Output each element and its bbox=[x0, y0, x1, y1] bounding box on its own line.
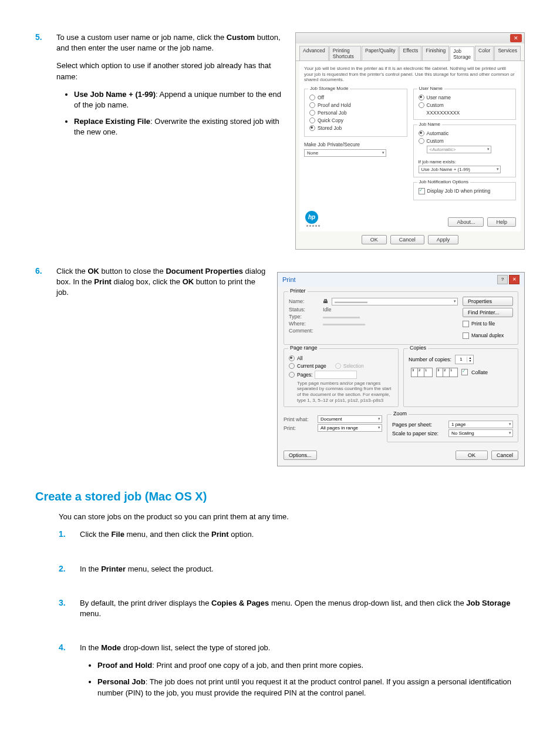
username-label: User Name bbox=[417, 86, 444, 91]
print-label: Print: bbox=[284, 425, 314, 431]
exists-label: If job name exists: bbox=[419, 159, 511, 164]
tab-color[interactable]: Color bbox=[475, 46, 494, 61]
un-user[interactable]: User name bbox=[419, 95, 511, 100]
type-value: ▬▬▬▬▬▬▬ bbox=[323, 314, 360, 320]
pr-selection[interactable] bbox=[335, 363, 341, 369]
print-range-select[interactable]: All pages in range bbox=[318, 424, 382, 432]
tab-effects[interactable]: Effects bbox=[399, 46, 421, 61]
print-to-file-check[interactable]: Print to file bbox=[463, 321, 513, 327]
apply-button[interactable]: Apply bbox=[428, 235, 459, 244]
name-label: Name: bbox=[289, 298, 319, 304]
jn-auto[interactable]: Automatic bbox=[419, 130, 511, 136]
pages-help-text: Type page numbers and/or page ranges sep… bbox=[289, 381, 393, 403]
options-button[interactable]: Options... bbox=[284, 451, 317, 460]
properties-button[interactable]: Properties bbox=[463, 297, 513, 306]
mac-s1: Click the File menu, and then click the … bbox=[80, 529, 515, 540]
pd-ok-button[interactable]: OK bbox=[456, 451, 488, 460]
step6-text: Click the OK button to close the Documen… bbox=[56, 266, 268, 298]
tab-advanced[interactable]: Advanced bbox=[299, 46, 329, 61]
step5-bullet1: Use Job Name + (1-99): Append a unique n… bbox=[74, 89, 286, 110]
job-storage-dialog: ✕ Advanced Printing Shortcuts Paper/Qual… bbox=[295, 32, 525, 250]
mac-s2: In the Printer menu, select the product. bbox=[80, 564, 515, 574]
pr-all[interactable]: All bbox=[289, 355, 393, 361]
manual-duplex-check[interactable]: Manual duplex bbox=[463, 332, 513, 339]
collate-check[interactable] bbox=[461, 369, 468, 375]
hp-logo-icon: hp bbox=[305, 211, 318, 224]
notif-check[interactable]: Display Job ID when printing bbox=[419, 188, 511, 194]
tab-shortcuts[interactable]: Printing Shortcuts bbox=[329, 46, 361, 61]
cancel-button[interactable]: Cancel bbox=[390, 235, 424, 244]
mac-intro: You can store jobs on the product so you… bbox=[59, 512, 525, 522]
close-icon[interactable]: ✕ bbox=[509, 275, 519, 284]
pr-current[interactable] bbox=[289, 363, 295, 369]
where-value: ▬▬▬▬▬▬▬▬ bbox=[323, 321, 365, 327]
jsm-personal[interactable]: Personal Job bbox=[309, 110, 402, 116]
scale-label: Scale to paper size: bbox=[392, 431, 445, 436]
jsm-label: Job Storage Mode bbox=[308, 86, 350, 91]
jobname-value: <Automatic> bbox=[427, 146, 491, 153]
comment-label: Comment: bbox=[289, 328, 319, 334]
pages-per-sheet-label: Pages per sheet: bbox=[392, 422, 445, 428]
un-custom[interactable]: Custom bbox=[419, 102, 511, 108]
pd-cancel-button[interactable]: Cancel bbox=[491, 451, 518, 460]
close-icon[interactable]: ✕ bbox=[510, 34, 522, 42]
mac-s1-num: 1. bbox=[59, 529, 80, 539]
ok-button[interactable]: OK bbox=[362, 235, 387, 244]
page-range-label: Page range bbox=[288, 345, 319, 351]
collate-icon: 321 321 bbox=[411, 368, 458, 377]
help-icon[interactable]: ? bbox=[497, 275, 508, 284]
dialog-tabs: Advanced Printing Shortcuts Paper/Qualit… bbox=[296, 43, 524, 61]
print-dialog: Print ? ✕ Printer Name:🖶▬▬▬▬▬▬▬ Status:I… bbox=[277, 272, 525, 466]
dialog-info-text: Your job will be stored in the printer a… bbox=[304, 66, 516, 83]
section-heading: Create a stored job (Mac OS X) bbox=[35, 490, 525, 503]
step5-num: 5. bbox=[35, 32, 56, 42]
status-label: Status: bbox=[289, 307, 319, 312]
tab-paper[interactable]: Paper/Quality bbox=[362, 46, 399, 61]
status-value: Idle bbox=[323, 307, 332, 312]
copies-spinner[interactable]: 1▲▼ bbox=[455, 355, 474, 364]
jsm-proof[interactable]: Proof and Hold bbox=[309, 102, 402, 108]
printer-select[interactable]: ▬▬▬▬▬▬▬ bbox=[332, 298, 458, 305]
zoom-label: Zoom bbox=[392, 411, 409, 416]
mac-s4-num: 4. bbox=[59, 643, 80, 652]
jsm-stored[interactable]: Stored Job bbox=[309, 125, 402, 131]
mac-b2: Personal Job: The job does not print unt… bbox=[97, 677, 515, 698]
printer-group: Printer bbox=[288, 288, 308, 294]
print-what-select[interactable]: Document bbox=[318, 415, 382, 423]
mac-s3-num: 3. bbox=[59, 598, 80, 607]
tab-services[interactable]: Services bbox=[494, 46, 521, 61]
step5-bullet2: Replace Existing File: Overwrite the exi… bbox=[74, 116, 286, 137]
tab-job-storage[interactable]: Job Storage bbox=[450, 46, 474, 61]
print-what-label: Print what: bbox=[284, 416, 314, 422]
print-title: Print bbox=[282, 276, 296, 283]
step5-p2: Select which option to use if another st… bbox=[56, 61, 286, 82]
notif-label: Job Notification Options bbox=[417, 179, 471, 184]
step6-num: 6. bbox=[35, 266, 56, 275]
mac-s4: In the Mode drop-down list, select the t… bbox=[80, 643, 515, 653]
mac-s2-num: 2. bbox=[59, 564, 80, 573]
pr-pages[interactable]: Pages: bbox=[289, 371, 393, 379]
help-button[interactable]: Help bbox=[487, 217, 516, 227]
about-button[interactable]: About... bbox=[448, 217, 484, 227]
jobname-label: Job Name bbox=[417, 122, 442, 127]
private-select[interactable]: None bbox=[304, 149, 386, 157]
mac-b1: Proof and Hold: Print and proof one copy… bbox=[97, 660, 515, 671]
scale-select[interactable]: No Scaling bbox=[448, 429, 513, 437]
username-value: XXXXXXXXXX bbox=[427, 110, 511, 116]
jn-custom[interactable]: Custom bbox=[419, 138, 511, 144]
printer-icon: 🖶 bbox=[323, 298, 328, 304]
num-copies-label: Number of copies: bbox=[409, 357, 451, 362]
tab-finishing[interactable]: Finishing bbox=[422, 46, 449, 61]
where-label: Where: bbox=[289, 321, 319, 327]
private-label: Make Job Private/Secure bbox=[304, 142, 407, 147]
mac-s3: By default, the print driver displays th… bbox=[80, 598, 515, 619]
copies-label: Copies bbox=[408, 345, 428, 351]
find-printer-button[interactable]: Find Printer... bbox=[463, 308, 513, 317]
exists-select[interactable]: Use Job Name + (1-99) bbox=[419, 166, 501, 173]
jsm-off[interactable]: Off bbox=[309, 95, 402, 100]
jsm-quick[interactable]: Quick Copy bbox=[309, 117, 402, 123]
step5-p1: To use a custom user name or job name, c… bbox=[56, 32, 286, 53]
pages-per-sheet-select[interactable]: 1 page bbox=[448, 421, 513, 428]
type-label: Type: bbox=[289, 314, 319, 320]
